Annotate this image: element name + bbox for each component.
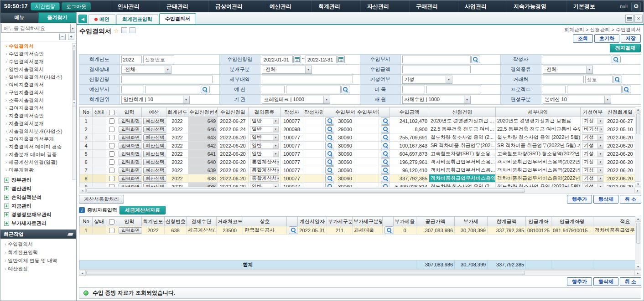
delete-row-button[interactable]: 행삭제 — [593, 195, 618, 204]
search-cell[interactable] — [287, 226, 298, 235]
search-cell[interactable] — [323, 166, 334, 174]
journal-type-select[interactable]: -전체-▾ — [262, 66, 312, 74]
collapse-all-button[interactable]: − — [59, 34, 66, 40]
column-header-vendor[interactable]: 상호 — [243, 217, 287, 226]
request-title-input[interactable] — [121, 76, 213, 83]
cell-check[interactable] — [106, 142, 117, 150]
row-checkbox[interactable] — [109, 176, 114, 181]
column-header-dept[interactable]: 수입부서 — [334, 107, 356, 117]
search-cell[interactable] — [323, 158, 334, 166]
column-header-dept_name[interactable]: 수입부서명 — [356, 107, 379, 117]
clear-recent-icon[interactable] — [68, 233, 74, 236]
search-cell[interactable] — [323, 133, 334, 142]
refresh-icon[interactable] — [130, 27, 135, 33]
column-header-req_no[interactable]: 신청번호 — [165, 217, 187, 226]
cell-type[interactable]: 일반▾ — [249, 125, 280, 133]
column-header-status[interactable]: 상태 — [93, 107, 106, 117]
cell-check[interactable] — [106, 133, 117, 142]
grid-horizontal-scrollbar[interactable]: ◂ ▸ — [79, 188, 641, 194]
sidebar-tab-favorites[interactable]: 즐겨찾기 — [38, 12, 76, 23]
search-icon[interactable] — [381, 158, 390, 166]
search-cell[interactable] — [323, 125, 334, 133]
scroll-left-icon[interactable]: ◂ — [79, 270, 86, 275]
tab-journal-entry[interactable]: 회계전표입력 — [116, 14, 158, 24]
save-button[interactable]: 저장 — [621, 34, 641, 43]
menu-search-input[interactable] — [1, 24, 71, 33]
recent-item[interactable]: › 예산원장 — [0, 265, 76, 273]
scroll-left-icon[interactable]: ◂ — [79, 188, 86, 193]
column-header-writer_name[interactable]: 작성자명 — [303, 107, 323, 117]
cell-select[interactable]: 일반▾ — [250, 184, 279, 188]
detail-input[interactable] — [262, 76, 353, 83]
search-icon[interactable] — [289, 226, 298, 234]
cell-select[interactable]: 비기성▾ — [582, 126, 603, 133]
cell-select[interactable]: 통합계산서▾ — [250, 167, 279, 173]
grid-row[interactable]: 7입력화면예산선택20226392022-06-20통합계산서▾10007730… — [80, 166, 635, 174]
column-header-vat[interactable]: 부가세 — [455, 217, 488, 226]
column-header-pay_method[interactable]: 결제수단 — [187, 217, 217, 226]
global-menu-item[interactable]: 인사관리 — [111, 0, 146, 12]
cell-select[interactable]: 통합계산서▾ — [250, 159, 279, 165]
search-icon[interactable] — [381, 174, 390, 182]
budget-button[interactable]: 예산선택 — [143, 126, 166, 133]
column-header-s2[interactable] — [379, 107, 390, 117]
search-icon[interactable] — [381, 142, 390, 149]
agency-select[interactable]: 코레일테크 | 1000▾ — [262, 96, 330, 104]
search-icon[interactable] — [381, 166, 390, 174]
row-checkbox[interactable] — [109, 228, 114, 233]
calendar-icon[interactable] — [293, 56, 301, 63]
global-menu-item[interactable]: 예산관리 — [263, 0, 298, 12]
cell-input[interactable]: 입력화면 — [117, 117, 142, 125]
search-icon[interactable] — [381, 117, 390, 125]
sidebar-item[interactable]: › 지출결의서승인 — [0, 112, 76, 120]
column-header-account_name[interactable]: 입금계좌명 — [551, 217, 593, 226]
column-header-title[interactable]: 신청건명 — [429, 107, 496, 117]
input-button[interactable]: 입력화면 — [119, 134, 142, 141]
input-button[interactable]: 입력화면 — [119, 159, 142, 165]
search-icon[interactable] — [325, 117, 334, 125]
row-checkbox[interactable] — [109, 127, 114, 132]
income-date-from-input[interactable] — [262, 56, 293, 63]
fiscal-year-input[interactable] — [121, 56, 142, 63]
column-header-supply[interactable]: 공급가액 — [416, 217, 455, 226]
search-icon[interactable] — [381, 133, 390, 141]
vendor-code-input[interactable] — [543, 76, 584, 83]
budget-button[interactable]: 예산선택 — [143, 143, 166, 149]
grid-vertical-scrollbar[interactable]: ▲ ▼ — [635, 216, 641, 269]
recent-item[interactable]: › 일반이체 연동 및 내역 — [0, 256, 76, 265]
cell-input[interactable]: 입력화면 — [117, 150, 142, 158]
input-button[interactable]: 입력화면 — [119, 184, 142, 188]
search-cell[interactable] — [379, 117, 390, 125]
budget-button[interactable]: 예산선택 — [143, 159, 166, 165]
row-checkbox[interactable] — [109, 135, 114, 140]
row-checkbox[interactable] — [109, 159, 114, 165]
search-icon[interactable] — [325, 125, 334, 133]
income-amount-input[interactable] — [402, 66, 471, 73]
search-icon[interactable] — [612, 56, 621, 63]
column-header-s1[interactable] — [323, 107, 334, 117]
global-menu-item[interactable]: 지속가능경영 — [507, 0, 553, 12]
grid-row[interactable]: 8입력화면예산선택20226382022-06-20통합계산서▾10007730… — [80, 174, 635, 183]
search-icon[interactable] — [384, 226, 394, 234]
cell-select[interactable]: 통합계산서▾ — [250, 175, 279, 182]
select-all-checkbox[interactable] — [109, 110, 114, 115]
cell-type[interactable]: 통합계산서▾ — [249, 166, 280, 174]
input-button[interactable]: 입력화면 — [119, 118, 142, 124]
search-cell[interactable] — [379, 133, 390, 142]
scrollbar-thumb[interactable] — [86, 189, 525, 193]
sidebar-item[interactable]: › 지출결의서분개 — [0, 120, 76, 128]
column-header-type[interactable]: 결의종류 — [249, 107, 280, 117]
grid-horizontal-scrollbar[interactable]: ◂ ▸ — [79, 270, 641, 276]
budget-button[interactable]: 예산선택 — [143, 134, 166, 141]
search-cell[interactable] — [323, 142, 334, 150]
cell-check[interactable] — [106, 125, 117, 133]
search-icon[interactable] — [201, 86, 210, 93]
search-icon[interactable] — [325, 158, 334, 166]
cell-type[interactable]: 통합계산서▾ — [249, 158, 280, 166]
global-menu-item[interactable]: 근태관리 — [160, 0, 195, 12]
global-menu-item[interactable]: 회계관리 — [312, 0, 347, 12]
scrollbar-thumb[interactable] — [636, 223, 640, 244]
cell-select[interactable]: 일반▾ — [250, 134, 279, 141]
cell-done[interactable]: 기성▾ — [581, 166, 605, 174]
search-icon[interactable] — [325, 133, 334, 141]
